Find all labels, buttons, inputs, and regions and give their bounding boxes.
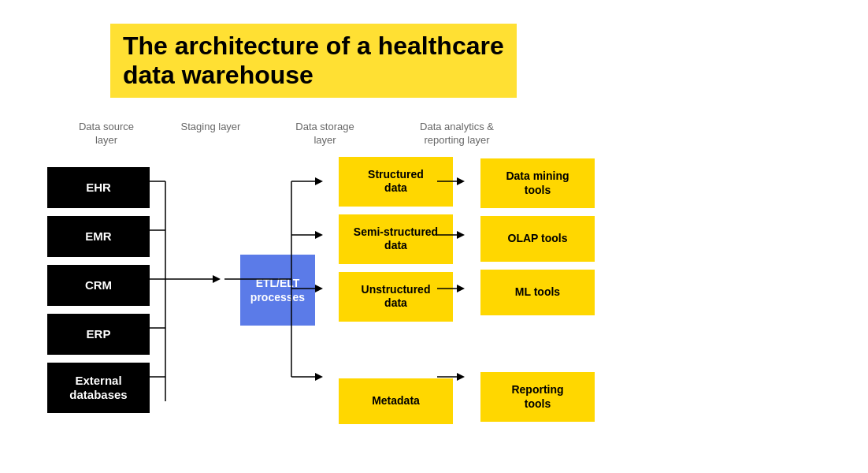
svg-marker-19 (457, 177, 465, 185)
analytics-ml: ML tools (480, 270, 595, 315)
analytics-datamining: Data miningtools (480, 158, 595, 208)
analytics-reporting: Reportingtools (480, 372, 595, 422)
source-emr: EMR (47, 216, 150, 257)
page: The architecture of a healthcaredata war… (0, 0, 868, 473)
storage-metadata: Metadata (339, 378, 453, 424)
svg-marker-17 (315, 373, 323, 381)
svg-marker-23 (457, 285, 465, 292)
spacing-analytics-gap (480, 323, 595, 364)
source-column: EHR EMR CRM ERP Externaldatabases (47, 167, 150, 413)
spacing-gap (339, 330, 453, 371)
source-erp: ERP (47, 314, 150, 355)
svg-marker-13 (315, 231, 323, 239)
storage-semi-structured: Semi-structureddata (339, 214, 453, 264)
diagram-main: EHR EMR CRM ERP Externaldatabases (47, 157, 836, 424)
header-storage: Data storagelayer (256, 120, 394, 147)
source-ext: Externaldatabases (47, 363, 150, 413)
svg-marker-11 (315, 177, 323, 185)
svg-marker-7 (213, 275, 221, 283)
column-headers: Data sourcelayer Staging layer Data stor… (47, 120, 836, 147)
header-analytics: Data analytics &reporting layer (394, 120, 520, 147)
svg-marker-21 (457, 231, 465, 239)
source-ehr: EHR (47, 167, 150, 208)
diagram-wrapper: Data sourcelayer Staging layer Data stor… (32, 120, 836, 424)
analytics-olap: OLAP tools (480, 216, 595, 262)
header-staging: Staging layer (165, 120, 256, 147)
header-source: Data sourcelayer (47, 120, 165, 147)
etl-box: ETL/ELTprocesses (240, 255, 315, 326)
storage-unstructured: Unstructureddata (339, 272, 453, 322)
page-title: The architecture of a healthcaredata war… (123, 32, 504, 90)
source-crm: CRM (47, 265, 150, 306)
storage-column: Structureddata Semi-structureddata Unstr… (339, 157, 453, 424)
analytics-column: Data miningtools OLAP tools ML tools Rep… (480, 158, 595, 422)
storage-structured: Structureddata (339, 157, 453, 207)
svg-marker-15 (315, 285, 323, 292)
title-block: The architecture of a healthcaredata war… (110, 24, 517, 98)
svg-marker-25 (457, 373, 465, 381)
